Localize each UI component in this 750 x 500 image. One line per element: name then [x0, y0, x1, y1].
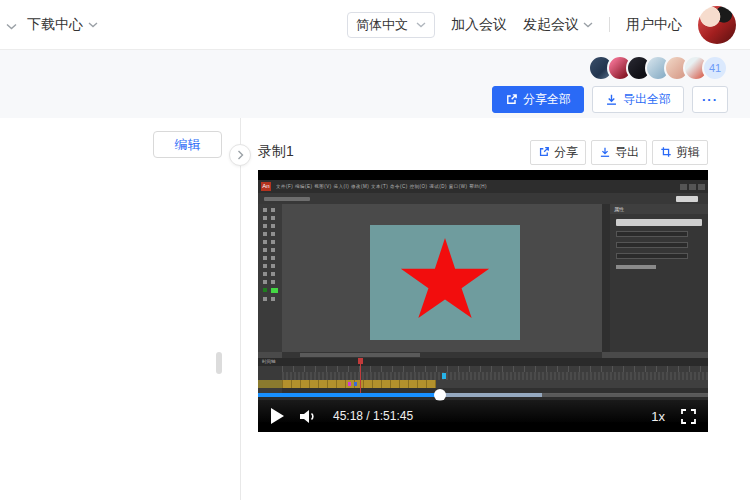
start-meeting-label: 发起会议 — [523, 16, 579, 34]
red-star-graphic — [399, 238, 491, 326]
player-controls: 45:18 / 1:51:45 1x — [258, 400, 708, 432]
progress-played — [258, 393, 440, 397]
recorded-icon-strip — [602, 204, 610, 352]
recorded-timeline-label: 时间轴 — [258, 358, 708, 366]
export-button[interactable]: 导出 — [591, 140, 647, 165]
chevron-down-icon — [88, 22, 98, 28]
global-actions: 分享全部 导出全部 ··· — [492, 86, 728, 113]
progress-bar[interactable] — [258, 393, 708, 397]
attendee-avatar-group[interactable]: 41 — [588, 55, 728, 81]
page-title-dropdown[interactable]: 下载中心 — [27, 16, 98, 34]
share-icon — [538, 146, 550, 158]
video-frame-recording: An 文件(F) 编辑(E) 视图(V) 插入(I) 修改(M) 文本(T) 命… — [258, 180, 708, 422]
page-title: 下载中心 — [27, 16, 83, 34]
recorded-tool-panel — [258, 204, 282, 352]
export-all-button[interactable]: 导出全部 — [592, 86, 684, 113]
recorded-stage-canvas — [370, 225, 520, 340]
share-label: 分享 — [554, 144, 578, 161]
top-header: 下载中心 简体中文 加入会议 发起会议 用户中心 — [0, 0, 750, 50]
crop-clip-icon — [660, 146, 672, 158]
user-avatar[interactable] — [698, 6, 736, 44]
user-center-label: 用户中心 — [626, 16, 682, 34]
volume-icon — [300, 409, 317, 424]
left-panel-scrollbar-thumb[interactable] — [216, 352, 222, 374]
recorded-app-menus: 文件(F) 编辑(E) 视图(V) 插入(I) 修改(M) 文本(T) 命令(C… — [276, 184, 675, 189]
chevron-down-icon — [416, 22, 426, 28]
sidebar-collapse-chevron-icon[interactable] — [6, 16, 17, 34]
toolbar-band: 41 分享全部 导出全部 ··· — [0, 50, 750, 118]
playback-speed-button[interactable]: 1x — [651, 409, 665, 424]
panel-collapse-toggle[interactable] — [229, 144, 251, 166]
share-all-button[interactable]: 分享全部 — [492, 86, 584, 113]
play-button[interactable] — [270, 408, 284, 424]
language-select[interactable]: 简体中文 — [347, 12, 435, 38]
export-all-label: 导出全部 — [623, 91, 671, 108]
share-icon — [505, 93, 518, 106]
header-right: 简体中文 加入会议 发起会议 用户中心 — [347, 6, 750, 44]
download-icon — [605, 93, 618, 106]
recorded-timeline: 时间轴 — [258, 358, 708, 394]
time-display: 45:18 / 1:51:45 — [333, 409, 413, 423]
play-icon — [270, 408, 284, 424]
chevron-down-icon — [583, 22, 593, 28]
join-meeting-link[interactable]: 加入会议 — [451, 16, 507, 34]
recorded-app-logo: An — [261, 182, 271, 191]
video-player[interactable]: An 文件(F) 编辑(E) 视图(V) 插入(I) 修改(M) 文本(T) 命… — [258, 170, 708, 432]
recorded-properties-label: 属性 — [610, 204, 708, 214]
recording-title: 录制1 — [258, 143, 294, 161]
more-actions-button[interactable]: ··· — [692, 86, 728, 113]
recorded-stage-area — [282, 204, 602, 352]
recorded-properties-panel: 属性 — [610, 204, 708, 352]
nav-divider — [609, 17, 610, 32]
language-select-value: 简体中文 — [356, 16, 408, 34]
attendee-count-badge[interactable]: 41 — [702, 55, 728, 81]
recording-actions: 分享 导出 剪辑 — [530, 140, 708, 165]
join-meeting-label: 加入会议 — [451, 16, 507, 34]
volume-button[interactable] — [300, 409, 317, 424]
recording-header: 录制1 分享 导出 剪辑 — [258, 138, 708, 166]
download-center-page: 下载中心 简体中文 加入会议 发起会议 用户中心 — [0, 0, 750, 500]
recorded-window-controls — [680, 184, 705, 190]
download-icon — [599, 146, 611, 158]
recorded-edit-bar — [258, 193, 708, 204]
recorded-app-menubar: An 文件(F) 编辑(E) 视图(V) 插入(I) 修改(M) 文本(T) 命… — [258, 180, 708, 193]
fullscreen-button[interactable] — [681, 409, 696, 424]
user-center-link[interactable]: 用户中心 — [626, 16, 682, 34]
share-button[interactable]: 分享 — [530, 140, 586, 165]
share-all-label: 分享全部 — [523, 91, 571, 108]
fullscreen-icon — [681, 409, 696, 424]
recorded-breadcrumb — [264, 197, 310, 201]
chevron-right-icon — [237, 150, 244, 160]
start-meeting-link[interactable]: 发起会议 — [523, 16, 593, 34]
clip-button[interactable]: 剪辑 — [652, 140, 708, 165]
edit-button[interactable]: 编辑 — [153, 131, 222, 158]
recorded-zoom-box — [676, 196, 698, 202]
export-label: 导出 — [615, 144, 639, 161]
more-icon: ··· — [702, 92, 718, 107]
clip-label: 剪辑 — [676, 144, 700, 161]
recorded-playhead — [360, 358, 361, 394]
header-left: 下载中心 — [0, 16, 98, 34]
content-card: 编辑 录制1 分享 导出 剪辑 — [0, 118, 750, 500]
panel-divider — [240, 118, 241, 500]
